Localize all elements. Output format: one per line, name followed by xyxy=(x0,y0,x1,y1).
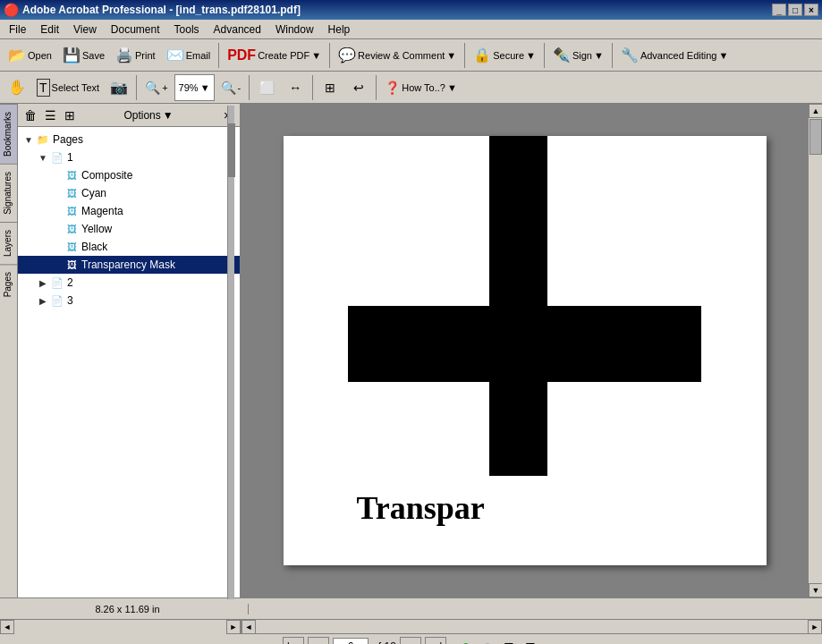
h-scroll-right-button[interactable]: ► xyxy=(226,620,241,634)
cyan-icon: 🖼 xyxy=(64,186,79,200)
tree-options-button[interactable]: Options ▼ xyxy=(117,106,179,124)
h-scroll-track xyxy=(14,620,226,634)
window-title: Adobe Acrobat Professional - [ind_trans.… xyxy=(22,4,301,16)
expander-magenta xyxy=(50,204,64,218)
save-button[interactable]: 💾 Save xyxy=(58,42,109,69)
cross-text-right: Objekte xyxy=(576,322,687,360)
minimize-button[interactable]: _ xyxy=(772,4,786,16)
menu-document[interactable]: Document xyxy=(106,21,165,38)
nav-status-icons: ● ● ⊡ ⊞ xyxy=(457,638,539,645)
advanced-editing-dropdown-icon: ▼ xyxy=(719,50,729,61)
close-window-button[interactable]: × xyxy=(804,4,818,16)
tree-scroll-indicator xyxy=(227,106,234,597)
print-icon: 🖨️ xyxy=(115,47,133,64)
tree-node-black[interactable]: 🖼 Black xyxy=(18,238,240,256)
zoom-out-label: - xyxy=(238,82,242,93)
print-button[interactable]: 🖨️ Print xyxy=(111,42,160,69)
separator1 xyxy=(218,43,219,68)
create-pdf-button[interactable]: PDF Create PDF ▼ xyxy=(223,42,326,69)
separator2 xyxy=(329,43,330,68)
app-icon: 🔴 xyxy=(4,3,19,17)
toolbar2: ✋ T Select Text 📷 🔍 + 79% ▼ 🔍 - ⬜ ↔ ⊞ ↩ … xyxy=(0,72,822,104)
pdf-canvas: Transpar Objekte xyxy=(242,104,808,597)
secure-button[interactable]: 🔒 Secure ▼ xyxy=(469,42,540,69)
menu-edit[interactable]: Edit xyxy=(35,21,64,38)
expander-pages: ▼ xyxy=(21,132,36,147)
first-page-button[interactable]: |◄ xyxy=(283,637,304,645)
tree-node-yellow[interactable]: 🖼 Yellow xyxy=(18,220,240,238)
h-scroll-left-section: ◄ ► xyxy=(0,620,242,634)
options-dropdown-icon: ▼ xyxy=(163,109,174,122)
h-scroll-prev-button[interactable]: ◄ xyxy=(242,620,256,634)
fit-page-button[interactable]: ⬜ xyxy=(253,74,280,101)
review-button[interactable]: 💬 Review & Comment ▼ xyxy=(334,42,461,69)
menu-window[interactable]: Window xyxy=(270,21,319,38)
expander-black xyxy=(50,240,64,254)
nav-status-gray[interactable]: ● xyxy=(479,638,496,645)
transparency-mask-icon: 🖼 xyxy=(64,258,79,272)
h-scroll-next-button[interactable]: ► xyxy=(808,620,822,634)
tree-node-transparency-mask[interactable]: 🖼 Transparency Mask xyxy=(18,256,240,274)
fit-width-button[interactable]: ↔ xyxy=(282,74,309,101)
zoom-in-button[interactable]: 🔍 + xyxy=(140,74,172,101)
tree-node-page1[interactable]: ▼ 📄 1 xyxy=(18,148,240,166)
tree-node-pages[interactable]: ▼ 📁 Pages xyxy=(18,131,240,148)
tree-node-magenta[interactable]: 🖼 Magenta xyxy=(18,202,240,220)
how-to-button[interactable]: ❓ How To..? ▼ xyxy=(380,74,462,101)
tree-header: 🗑 ☰ ⊞ Options ▼ × xyxy=(18,104,240,127)
zoom-selector[interactable]: 79% ▼ xyxy=(174,74,215,101)
menu-tools[interactable]: Tools xyxy=(169,21,205,38)
menu-advanced[interactable]: Advanced xyxy=(208,21,267,38)
expander-page1: ▼ xyxy=(36,150,50,165)
email-button[interactable]: ✉️ Email xyxy=(162,42,216,69)
actual-size-button[interactable]: ⊞ xyxy=(317,74,343,101)
select-text-button[interactable]: T Select Text xyxy=(32,74,104,101)
signatures-tab[interactable]: Signatures xyxy=(0,164,17,222)
menu-file[interactable]: File xyxy=(4,21,31,38)
menu-view[interactable]: View xyxy=(68,21,102,38)
title-bar: 🔴 Adobe Acrobat Professional - [ind_tran… xyxy=(0,0,822,20)
expander-page3: ▶ xyxy=(36,293,50,308)
rotate-button[interactable]: ↩ xyxy=(345,74,372,101)
maximize-button[interactable]: □ xyxy=(788,4,802,16)
select-text-icon: T xyxy=(37,79,50,97)
scroll-down-button[interactable]: ▼ xyxy=(809,583,822,597)
next-page-button[interactable]: ► xyxy=(400,637,421,645)
pages-tab[interactable]: Pages xyxy=(0,264,17,304)
secure-dropdown-icon: ▼ xyxy=(526,50,536,61)
right-scrollbar: ▲ ▼ xyxy=(808,104,822,597)
open-button[interactable]: 📂 Open xyxy=(4,42,56,69)
page-number-input[interactable] xyxy=(333,638,369,645)
hand-icon: ✋ xyxy=(8,79,26,96)
separator8 xyxy=(312,75,313,100)
sign-button[interactable]: ✒️ Sign ▼ xyxy=(548,42,608,69)
tree-node-composite[interactable]: 🖼 Composite xyxy=(18,166,240,184)
prev-page-button[interactable]: ◄ xyxy=(308,637,329,645)
advanced-editing-button[interactable]: 🔧 Advanced Editing ▼ xyxy=(616,42,733,69)
nav-zoom-icon[interactable]: ⊞ xyxy=(521,638,539,645)
list-view-icon[interactable]: ☰ xyxy=(41,106,59,124)
h-scroll-left-button[interactable]: ◄ xyxy=(0,620,14,634)
tree-node-page3[interactable]: ▶ 📄 3 xyxy=(18,292,240,309)
menu-help[interactable]: Help xyxy=(323,21,356,38)
delete-icon[interactable]: 🗑 xyxy=(21,106,39,124)
scroll-up-button[interactable]: ▲ xyxy=(809,104,822,118)
page3-icon: 📄 xyxy=(50,293,64,308)
bookmarks-tab[interactable]: Bookmarks xyxy=(0,104,17,164)
actual-size-icon: ⊞ xyxy=(325,80,335,95)
separator7 xyxy=(249,75,250,100)
detail-view-icon[interactable]: ⊞ xyxy=(61,106,79,124)
layers-tab[interactable]: Layers xyxy=(0,222,17,264)
create-pdf-icon: PDF xyxy=(227,47,256,64)
zoom-dropdown-icon: ▼ xyxy=(200,82,210,93)
hand-tool-button[interactable]: ✋ xyxy=(4,74,30,101)
tree-node-page2[interactable]: ▶ 📄 2 xyxy=(18,274,240,292)
last-page-button[interactable]: ►| xyxy=(425,637,446,645)
scroll-track xyxy=(809,118,822,583)
nav-status-green[interactable]: ● xyxy=(457,638,475,645)
camera-button[interactable]: 📷 xyxy=(106,74,132,101)
nav-fit-icon[interactable]: ⊡ xyxy=(500,638,518,645)
tree-node-cyan[interactable]: 🖼 Cyan xyxy=(18,184,240,202)
zoom-out-button[interactable]: 🔍 - xyxy=(216,74,246,101)
tree-scroll-area[interactable]: ▼ 📁 Pages ▼ 📄 1 🖼 Composite 🖼 Cyan xyxy=(18,127,240,597)
